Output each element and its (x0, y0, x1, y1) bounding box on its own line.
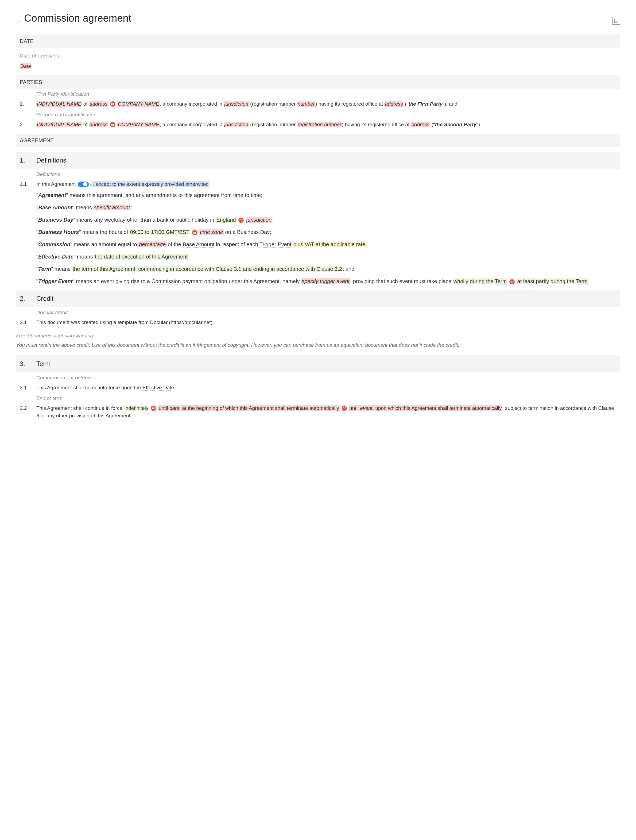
document-header: Commission agreement (16, 11, 620, 31)
party1-row: 1. INDIVIDUAL NAME of address or COMPANY… (16, 99, 620, 110)
until-date-option[interactable]: until date, at the beginning of which th… (158, 405, 340, 411)
or-chip[interactable]: or (151, 406, 156, 411)
clause-3-num: 3. (20, 359, 36, 369)
or-chip[interactable]: or (342, 406, 347, 411)
effective-date-ref[interactable]: Effective Date (142, 385, 174, 391)
party2-regnum[interactable]: registration number (297, 122, 342, 127)
section-date-head: DATE (16, 35, 620, 48)
base-amount-ref[interactable]: Base Amount (183, 242, 214, 248)
party2-addr2[interactable]: address (411, 122, 430, 127)
clause-2-1: 2.1 This document was created using a te… (16, 317, 620, 328)
party1-indiv[interactable]: INDIVIDUAL NAME (36, 101, 82, 107)
party2-row: 2. INDIVIDUAL NAME of address or COMPANY… (16, 119, 620, 130)
section-agreement-head: AGREEMENT (16, 134, 620, 147)
list-icon (614, 19, 619, 23)
partly-term-option[interactable]: at least partly during the Term (517, 278, 588, 284)
expand-arrow-icon[interactable]: ▶ (90, 183, 93, 186)
commencement-note: Commencement of term (36, 373, 616, 382)
england-option[interactable]: England (216, 217, 236, 223)
trigger-event-field[interactable]: specify trigger event (301, 278, 350, 284)
term-option[interactable]: the term of this Agreement, commencing i… (72, 266, 343, 272)
clause-2-title: Credit (36, 294, 54, 303)
percentage-field[interactable]: percentage (139, 242, 166, 247)
clause-3-1: 3.1 This Agreement shall come into force… (16, 382, 620, 393)
clause-1-1-num: 1.1 (20, 180, 36, 188)
clause-1-header: 1. Definitions (16, 152, 620, 169)
clause-3-2: 3.2 This Agreement shall continue in for… (16, 403, 620, 422)
commission-ref[interactable]: Commission (151, 278, 181, 284)
trigger-event-ref[interactable]: Trigger Event (260, 242, 291, 248)
party1-jurisdiction[interactable]: jurisdiction (224, 101, 249, 107)
business-day-ref[interactable]: Business Day (237, 229, 270, 235)
definitions-list: "Agreement" means this agreement, and an… (16, 191, 620, 285)
or-chip[interactable]: or (110, 122, 115, 127)
end-of-term-note: End of term (36, 393, 616, 403)
indefinitely-option[interactable]: indefinitely (124, 405, 149, 411)
party2-label: the Second Party (435, 122, 477, 127)
credit-note: Docular credit (36, 307, 616, 317)
clause-3-header: 3. Term (16, 355, 620, 373)
or-chip[interactable]: or (509, 279, 515, 284)
party2-indiv[interactable]: INDIVIDUAL NAME (36, 122, 82, 127)
clause-2-header: 2. Credit (16, 290, 620, 307)
party1-company[interactable]: COMPANY NAME (117, 101, 160, 107)
optional-span[interactable]: , except to the extent expressly provide… (93, 181, 209, 187)
party1-regnum[interactable]: number (297, 101, 315, 107)
section-parties-head: PARTIES (16, 76, 620, 89)
base-amount-field[interactable]: specify amount (93, 205, 131, 210)
edit-icon (16, 18, 21, 24)
party1-number: 1. (20, 100, 36, 108)
timezone-field[interactable]: time zone (199, 229, 224, 235)
definitions-note: Definitions (36, 169, 616, 179)
party1-note: First Party identification (36, 89, 616, 99)
date-placeholder[interactable]: Date (20, 63, 31, 69)
until-event-option[interactable]: until event, upon which this Agreement s… (349, 405, 502, 411)
outline-button[interactable] (612, 17, 620, 25)
clause-3-title: Term (36, 359, 50, 369)
or-chip[interactable]: or (192, 230, 197, 235)
party2-company[interactable]: COMPANY NAME (117, 122, 160, 127)
party2-number: 2. (20, 121, 36, 129)
party1-label: the First Party (408, 101, 442, 107)
jurisdiction-field[interactable]: jurisdiction (246, 217, 272, 223)
or-chip[interactable]: or (110, 101, 115, 107)
licensing-warning-head: Free documents licensing warning (16, 328, 620, 340)
toggle-switch[interactable] (78, 182, 89, 187)
party2-jurisdiction[interactable]: jurisdiction (224, 122, 249, 127)
wholly-term-option[interactable]: wholly during the Term (453, 278, 507, 284)
effective-date-option[interactable]: the date of execution of this Agreement (94, 254, 188, 260)
party2-addr1[interactable]: address (89, 122, 108, 127)
page-title: Commission agreement (24, 11, 131, 26)
hours-option[interactable]: 09:00 to 17:00 GMT/BST (130, 229, 190, 235)
clause-1-1-intro: 1.1 In this Agreement ▶, except to the e… (16, 179, 620, 190)
date-note: Date of execution (16, 48, 620, 61)
or-chip[interactable]: or (238, 218, 244, 223)
party1-addr2[interactable]: address (384, 101, 403, 107)
clause-2-num: 2. (20, 294, 36, 303)
clause-1-num: 1. (20, 156, 36, 165)
clause-1-title: Definitions (36, 156, 66, 165)
party2-note: Second Party identification (36, 109, 616, 119)
party1-addr1[interactable]: address (89, 101, 108, 107)
licensing-warning-body: You must retain the above credit. Use of… (16, 340, 620, 351)
date-row: Date (16, 61, 620, 72)
